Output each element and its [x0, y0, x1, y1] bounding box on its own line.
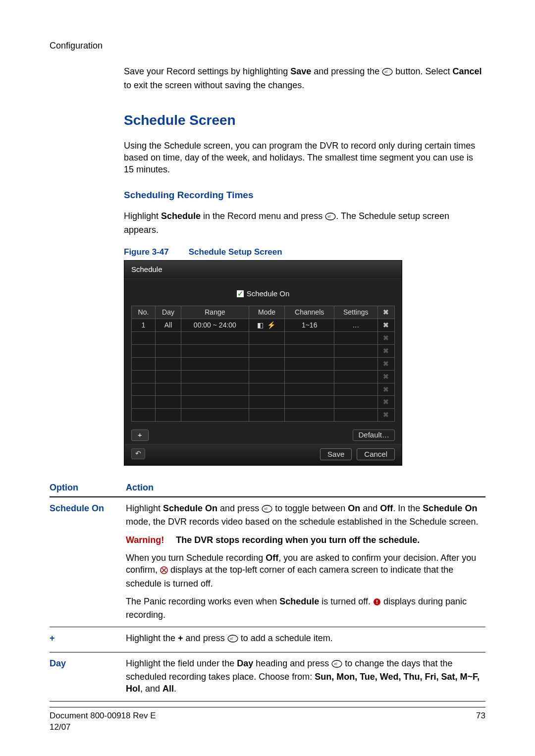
schedule-word: Schedule — [161, 211, 201, 221]
add-row-button[interactable]: + — [131, 430, 149, 440]
default-button[interactable]: Default… — [353, 430, 395, 440]
section-label: Configuration — [50, 40, 485, 52]
svg-rect-10 — [376, 600, 377, 602]
table-row[interactable]: ✖ — [132, 370, 395, 383]
window-title: Schedule — [124, 261, 402, 279]
text: When you turn Schedule recording — [126, 553, 266, 563]
col-channels: Channels — [285, 306, 334, 319]
text: , and — [140, 684, 162, 694]
text: Highlight the — [126, 633, 178, 643]
cell-day[interactable]: All — [155, 319, 181, 332]
option-row-plus: + Highlight the + and press ⏎ to add a s… — [50, 627, 485, 652]
text: mode, the DVR records video based on the… — [126, 517, 478, 527]
doc-number: Document 800-00918 Rev E — [50, 710, 156, 722]
table-header-row: No. Day Range Mode Channels Settings ✖ — [132, 306, 395, 319]
text: Highlight the field under the — [126, 658, 237, 668]
table-row[interactable]: ✖ — [132, 383, 395, 396]
bold: Schedule On — [423, 503, 477, 513]
schedule-setup-screenshot: Schedule Schedule On No. Day Range Mode … — [124, 260, 402, 466]
table-row[interactable]: ✖ — [132, 409, 395, 422]
figure-title: Schedule Setup Screen — [189, 247, 282, 257]
text: Highlight — [126, 503, 163, 513]
col-range: Range — [181, 306, 249, 319]
back-button[interactable]: ↶ — [131, 448, 145, 459]
table-row[interactable]: 1 All 00:00 ~ 24:00 ◧ ⚡ 1~16 … ✖ — [132, 319, 395, 332]
table-row[interactable]: ✖ — [132, 332, 395, 345]
checkbox-icon — [237, 290, 244, 297]
option-row-schedule-on: Schedule On Highlight Schedule On and pr… — [50, 497, 485, 627]
scheduling-recording-times-heading: Scheduling Recording Times — [124, 189, 485, 202]
schedule-screen-heading: Schedule Screen — [124, 111, 485, 130]
col-mode: Mode — [249, 306, 285, 319]
table-row[interactable]: ✖ — [132, 357, 395, 370]
schedule-table: No. Day Range Mode Channels Settings ✖ 1… — [131, 306, 395, 422]
svg-text:⏎: ⏎ — [230, 637, 233, 641]
bold: Schedule On — [163, 503, 217, 513]
action-header: Action — [126, 479, 485, 497]
text: . In the — [393, 503, 423, 513]
option-name: Schedule On — [50, 497, 126, 627]
text: and pressing the — [311, 66, 382, 76]
bold: Off — [266, 553, 278, 563]
option-name: + — [50, 627, 126, 652]
text: button. Select — [393, 66, 452, 76]
schedule-intro: Highlight Schedule in the Record menu an… — [124, 210, 485, 236]
save-word: Save — [290, 66, 311, 76]
text: and press — [183, 633, 227, 643]
cell-no: 1 — [132, 319, 156, 332]
cancel-word: Cancel — [452, 66, 482, 76]
text: heading and press — [253, 658, 331, 668]
table-row[interactable]: ✖ — [132, 344, 395, 357]
text: to add a schedule item. — [238, 633, 333, 643]
schedule-paragraph: Using the Schedule screen, you can progr… — [124, 140, 485, 176]
enter-icon: ⏎ — [227, 634, 238, 646]
text: in the Record menu and press — [201, 211, 325, 221]
schedule-on-checkbox[interactable]: Schedule On — [131, 284, 395, 306]
text: to exit the screen without saving the ch… — [124, 80, 304, 90]
text: The Panic recording works even when — [126, 596, 279, 606]
svg-text:⏎: ⏎ — [264, 507, 268, 511]
option-header: Option — [50, 479, 126, 497]
cancel-button[interactable]: Cancel — [357, 448, 395, 460]
page-number: 73 — [476, 710, 485, 733]
bold: + — [178, 633, 183, 643]
text: . — [174, 684, 176, 694]
bold: Off — [380, 503, 393, 513]
intro-paragraph: Save your Record settings by highlightin… — [124, 65, 485, 91]
svg-text:⏎: ⏎ — [334, 662, 337, 666]
options-table: Option Action Schedule On Highlight Sche… — [50, 479, 485, 702]
col-delete: ✖ — [377, 306, 395, 319]
panic-record-icon — [373, 597, 381, 609]
enter-icon: ⏎ — [262, 504, 272, 516]
option-name: Day — [50, 652, 126, 701]
save-button[interactable]: Save — [320, 448, 352, 460]
col-day: Day — [155, 306, 181, 319]
bold: Day — [237, 658, 253, 668]
text: Highlight — [124, 211, 161, 221]
bold: Schedule — [279, 596, 319, 606]
warning-text: The DVR stops recording when you turn of… — [176, 535, 420, 545]
cell-mode[interactable]: ◧ ⚡ — [249, 319, 285, 332]
text: is turned off. — [319, 596, 373, 606]
svg-text:⏎: ⏎ — [384, 70, 388, 74]
option-row-day: Day Highlight the field under the Day he… — [50, 652, 485, 701]
col-settings: Settings — [334, 306, 377, 319]
cell-settings[interactable]: … — [334, 319, 377, 332]
page-footer: Document 800-00918 Rev E 12/07 73 — [50, 707, 485, 733]
text: and — [360, 503, 380, 513]
cell-delete[interactable]: ✖ — [377, 319, 395, 332]
col-no: No. — [132, 306, 156, 319]
option-action: Highlight Schedule On and press ⏎ to tog… — [126, 497, 485, 627]
svg-text:⏎: ⏎ — [327, 215, 331, 219]
cell-range[interactable]: 00:00 ~ 24:00 — [181, 319, 249, 332]
text: displays at the top-left corner of each … — [126, 565, 453, 588]
cell-channels[interactable]: 1~16 — [285, 319, 334, 332]
schedule-on-label: Schedule On — [247, 289, 290, 298]
enter-icon: ⏎ — [331, 659, 342, 671]
bold: All — [162, 684, 174, 694]
figure-number: Figure 3-47 — [124, 247, 169, 257]
enter-icon: ⏎ — [382, 67, 393, 79]
text: to toggle between — [272, 503, 348, 513]
table-row[interactable]: ✖ — [132, 396, 395, 409]
svg-rect-11 — [376, 603, 377, 604]
